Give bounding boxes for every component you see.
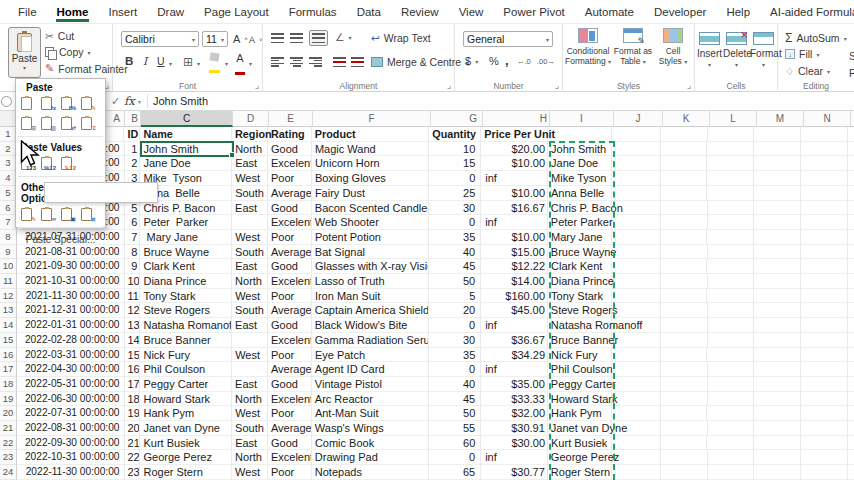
cell-date[interactable]: 2022-11-30 00:00:00 <box>17 465 125 480</box>
cell-empty[interactable] <box>661 230 708 245</box>
cell-id[interactable]: 1 <box>125 142 141 157</box>
copy-button[interactable]: Copy ▾ <box>45 46 91 58</box>
cell-region[interactable]: South <box>232 245 268 260</box>
cell-empty[interactable] <box>707 156 754 171</box>
cell-product[interactable]: Gamma Radiation Serum <box>312 333 430 348</box>
cell-empty[interactable] <box>801 289 848 304</box>
column-header-g[interactable]: G <box>431 111 483 127</box>
cell-region[interactable]: North <box>232 142 268 157</box>
cell-qty[interactable]: 0 <box>429 215 481 230</box>
increase-indent-icon[interactable] <box>351 57 364 67</box>
cell-date[interactable]: 2022-06-30 00:00:00 <box>17 392 125 407</box>
cell-region[interactable]: East <box>232 318 268 333</box>
cell-date[interactable]: 2022-03-31 00:00:00 <box>17 348 125 363</box>
chevron-down-icon[interactable]: ▾ <box>169 60 172 67</box>
cell-empty[interactable] <box>661 392 708 407</box>
cell-empty[interactable] <box>801 303 848 318</box>
cell-id[interactable]: 13 <box>125 318 141 333</box>
cell-product[interactable]: Unicorn Horn <box>312 156 430 171</box>
column-header-k[interactable]: K <box>663 111 710 127</box>
cell-empty[interactable] <box>801 186 848 201</box>
cell-name[interactable]: John Smith <box>140 142 232 157</box>
cell-empty[interactable] <box>801 465 848 480</box>
cell-region[interactable]: West <box>232 289 268 304</box>
cell-price[interactable]: $12.22 <box>481 259 548 274</box>
paste-keep-source-formatting-icon[interactable]: ✎ <box>79 95 96 112</box>
column-header-c[interactable]: C <box>141 111 233 127</box>
cell-qty[interactable]: 5 <box>429 289 481 304</box>
header-cell-name[interactable]: Name <box>140 127 232 142</box>
cell-empty[interactable] <box>708 392 755 407</box>
bold-button[interactable]: B <box>125 55 133 67</box>
cell-qty[interactable]: 15 <box>429 156 481 171</box>
cell-price[interactable]: $16.67 <box>481 201 548 216</box>
cell-empty[interactable] <box>612 377 661 392</box>
cell-date[interactable]: 2021-09-30 00:00:00 <box>17 259 125 274</box>
cell-price[interactable]: $10.00 <box>481 230 548 245</box>
cell-empty[interactable] <box>612 259 661 274</box>
cell-id[interactable]: 16 <box>125 362 141 377</box>
cell-empty[interactable] <box>801 156 848 171</box>
enter-check-icon[interactable]: ✓ <box>111 92 120 111</box>
column-header-b[interactable]: B <box>125 111 141 127</box>
cell-name[interactable]: George Perez <box>140 450 232 465</box>
comma-style-button[interactable]: , <box>505 53 509 68</box>
currency-button[interactable]: $ ▾ <box>465 55 478 67</box>
cell-name[interactable]: Howard Stark <box>140 392 232 407</box>
cell-empty[interactable] <box>801 171 848 186</box>
decrease-indent-icon[interactable] <box>333 57 346 67</box>
cell-price[interactable]: $35.00 <box>481 377 548 392</box>
cell-region[interactable]: East <box>232 377 268 392</box>
cell-pasted[interactable]: Anna Belle <box>548 186 612 201</box>
paste-special-item[interactable]: Paste Special... <box>16 230 105 245</box>
chevron-down-icon[interactable]: ▾ <box>249 60 252 67</box>
cell-rating[interactable]: Excelent <box>268 274 312 289</box>
cell-name[interactable]: Janet van Dyne <box>140 421 232 436</box>
cell-price[interactable]: inf <box>481 215 548 230</box>
cell-pasted[interactable]: Nick Fury <box>548 348 612 363</box>
header-cell-pasted[interactable] <box>548 127 612 142</box>
shrink-font-button[interactable]: A˅ <box>249 35 263 45</box>
cell-rating[interactable]: Good <box>268 259 312 274</box>
cell-price[interactable]: $15.00 <box>481 245 548 260</box>
paste-link-icon[interactable]: ∞ <box>39 206 56 223</box>
cell-empty[interactable] <box>848 362 854 377</box>
cell-pasted[interactable]: Tony Stark <box>548 289 612 304</box>
cell-product[interactable]: Bacon Scented Candle <box>312 201 430 216</box>
cell-empty[interactable] <box>801 362 848 377</box>
cell-empty[interactable] <box>612 392 661 407</box>
fill-color-button[interactable] <box>209 53 220 73</box>
cell-price[interactable]: $20.00 <box>481 142 548 157</box>
cell-id[interactable]: 18 <box>125 392 141 407</box>
cell-name[interactable]: Kurt Busiek <box>140 436 232 451</box>
cell-empty[interactable] <box>612 186 661 201</box>
cell-product[interactable]: Wasp's Wings <box>312 421 430 436</box>
cell-id[interactable]: 12 <box>125 303 141 318</box>
cell-rating[interactable]: Excelent <box>268 450 312 465</box>
header-cell-region[interactable]: Region <box>232 127 268 142</box>
number-dialog-launcher-icon[interactable]: ⌟ <box>555 81 559 89</box>
cell-price[interactable]: $32.00 <box>481 406 548 421</box>
delete-cells-button[interactable]: Delete ▾ <box>723 32 750 68</box>
cell-qty[interactable]: 55 <box>429 421 481 436</box>
cell-region[interactable]: West <box>232 465 268 480</box>
cell-pasted[interactable]: Mike Tyson <box>548 171 612 186</box>
cell-empty[interactable] <box>848 289 854 304</box>
header-cell[interactable] <box>661 127 708 142</box>
row-header-17[interactable]: 17 <box>0 362 17 377</box>
paste-icon[interactable] <box>19 95 36 112</box>
cell-empty[interactable] <box>612 274 661 289</box>
row-header-15[interactable]: 15 <box>0 333 17 348</box>
cell-product[interactable]: Vintage Pistol <box>312 377 430 392</box>
cell-price[interactable]: inf <box>481 318 548 333</box>
cell-region[interactable] <box>232 362 268 377</box>
cell-empty[interactable] <box>848 348 854 363</box>
cell-pasted[interactable]: Peter Parker <box>548 215 612 230</box>
cell-empty[interactable] <box>612 215 661 230</box>
cell-qty[interactable]: 40 <box>429 377 481 392</box>
italic-button[interactable]: I <box>143 55 147 67</box>
cell-rating[interactable]: Average <box>268 245 312 260</box>
cell-rating[interactable]: Good <box>268 436 312 451</box>
cell-qty[interactable]: 25 <box>429 186 481 201</box>
cell-empty[interactable] <box>661 215 708 230</box>
